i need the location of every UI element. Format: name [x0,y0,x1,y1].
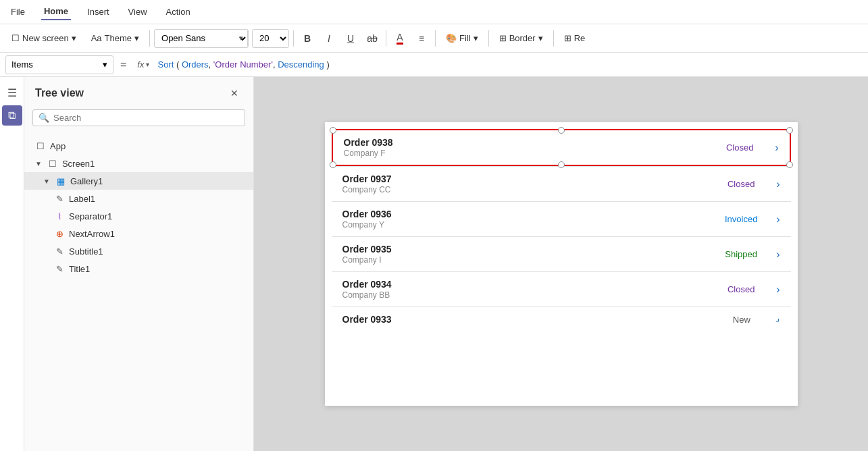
divider-6 [488,30,489,47]
tree-item-label1-label: Label1 [69,194,95,204]
fill-icon: 🎨 [446,33,457,43]
row-5-status: New [715,315,769,325]
formula-orders-keyword: Orders [179,59,208,70]
tree-item-nextarrow1[interactable]: ⊕ NextArrow1 [24,225,253,242]
gallery-row-2[interactable]: Order 0936 Company Y Invoiced › [332,202,791,237]
search-input[interactable] [53,113,239,123]
property-select[interactable]: Items ▾ [5,55,113,74]
strikethrough-button[interactable]: ab [363,29,382,48]
tree-item-subtitle1-label: Subtitle1 [69,246,103,257]
formula-paren-open: ( [174,59,179,70]
gallery-row-1[interactable]: Order 0937 Company CC Closed › [332,167,791,202]
font-color-button[interactable]: A [390,29,409,48]
menu-file[interactable]: File [8,4,28,20]
tree-title: Tree view [35,87,84,99]
row-4-status: Closed [714,284,768,294]
tree-close-button[interactable]: ✕ [226,85,242,101]
gallery-row-0[interactable]: Order 0938 Company F Closed › [332,129,791,166]
property-label: Items [11,59,33,70]
row-5-text: Order 0933 [342,314,707,325]
tree-item-label1[interactable]: ✎ Label1 [24,190,253,207]
nextarrow1-icon: ⊕ [54,228,65,239]
tree-item-app[interactable]: ☐ App [24,137,253,155]
layers-button[interactable]: ⧉ [2,105,22,126]
row-0-order: Order 0938 [344,137,705,148]
theme-button[interactable]: Aa Theme ▾ [85,30,145,47]
bold-button[interactable]: B [298,29,317,48]
align-icon: ≡ [419,33,424,44]
new-screen-button[interactable]: ☐ New screen ▾ [5,30,82,47]
font-size-select[interactable]: 20 [252,29,289,48]
hamburger-menu-button[interactable]: ☰ [2,82,22,103]
tree-item-subtitle1[interactable]: ✎ Subtitle1 [24,242,253,260]
reorder-button[interactable]: ⊞ Re [558,30,592,47]
row-2-status: Invoiced [714,214,768,224]
tree-item-gallery1[interactable]: ▼ ▦ Gallery1 [24,172,253,190]
font-select[interactable]: Open Sans [154,29,249,48]
font-color-icon: A [397,32,403,45]
tree-item-title1[interactable]: ✎ Title1 [24,260,253,277]
row-1-status: Closed [714,179,768,189]
menu-view[interactable]: View [126,4,150,20]
handle-tl[interactable] [330,127,336,134]
formula-paren-close: ) [324,59,330,70]
tree-panel: Tree view ✕ 🔍 ☐ App ▼ ☐ Screen1 ▼ ▦ Gall [24,77,254,451]
tree-item-screen1-label: Screen1 [62,159,95,169]
tree-item-screen1[interactable]: ▼ ☐ Screen1 [24,155,253,172]
italic-button[interactable]: I [320,29,338,48]
chevron-down-icon-theme: ▾ [134,33,139,43]
divider-2 [247,30,248,47]
gallery-row-5[interactable]: Order 0933 New › [332,307,791,332]
screen1-chevron-icon: ▼ [35,160,42,167]
fx-chevron-icon: ▾ [146,61,149,68]
border-button[interactable]: ⊞ Border ▾ [493,30,549,47]
divider-3 [293,30,294,47]
divider-4 [386,30,386,47]
row-1-arrow[interactable]: › [776,178,780,190]
row-4-arrow[interactable]: › [776,284,780,296]
screen-icon: ☐ [47,158,58,169]
tree-item-separator1-label: Separator1 [69,211,112,221]
border-icon: ⊞ [499,33,507,43]
gallery-row-4[interactable]: Order 0934 Company BB Closed › [332,272,791,307]
equals-symbol: = [118,59,129,71]
row-4-text: Order 0934 Company BB [342,279,707,300]
gallery1-chevron-icon: ▼ [43,178,50,185]
main-layout: ☰ ⧉ Tree view ✕ 🔍 ☐ App ▼ ☐ Screen1 [0,77,868,451]
new-screen-label: New screen [22,33,69,43]
tree-item-separator1[interactable]: ⌇ Separator1 [24,207,253,225]
row-0-arrow[interactable]: › [775,142,778,154]
tree-search-container: 🔍 [32,109,245,126]
row-3-text: Order 0935 Company I [342,244,707,265]
gallery-row-3[interactable]: Order 0935 Company I Shipped › [332,237,791,272]
label1-icon: ✎ [54,193,65,204]
menu-bar: File Home Insert View Action [0,0,868,24]
fill-button[interactable]: 🎨 Fill ▾ [440,30,484,47]
handle-tm[interactable] [558,127,565,134]
tree-item-gallery1-label: Gallery1 [70,176,103,186]
fill-label: Fill [459,33,471,43]
handle-tr[interactable] [786,127,793,134]
subtitle1-icon: ✎ [54,246,65,257]
fx-label: fx [137,59,144,70]
property-chevron-icon: ▾ [103,59,107,70]
formula-order-number-string: 'Order Number' [211,59,273,70]
row-1-order: Order 0937 [342,174,707,184]
row-0-text: Order 0938 Company F [344,137,705,158]
underline-button[interactable]: U [341,29,360,48]
search-icon: 🔍 [39,113,49,123]
formula-display[interactable]: Sort ( Orders , 'Order Number' , Descend… [157,59,329,70]
menu-action[interactable]: Action [163,4,193,20]
menu-insert[interactable]: Insert [84,4,112,20]
align-button[interactable]: ≡ [412,29,431,48]
row-1-company: Company CC [342,185,707,194]
gallery-list: Order 0938 Company F Closed › Order 0937… [332,129,791,399]
row-5-arrow[interactable]: › [773,315,784,325]
row-2-arrow[interactable]: › [776,213,780,226]
menu-home[interactable]: Home [41,3,71,20]
title1-icon: ✎ [54,263,65,274]
border-label: Border [509,33,536,43]
row-4-order: Order 0934 [342,279,707,290]
canvas-area: Order 0938 Company F Closed › Order 0937… [254,77,868,451]
row-3-arrow[interactable]: › [776,248,780,261]
